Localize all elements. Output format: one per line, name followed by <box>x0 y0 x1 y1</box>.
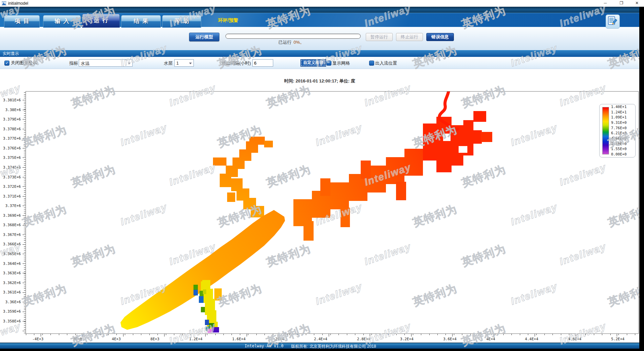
time-label: 时间: 2016-01-01 12:00:17; 单位: 度 <box>0 78 639 84</box>
x-tick-label: 1.2E+4 <box>189 337 203 341</box>
y-tick-label: 3.369E+6 <box>3 213 21 218</box>
run-model-button[interactable]: 运行模型 <box>189 33 219 41</box>
indicator-select[interactable]: 水温 <box>79 59 133 67</box>
y-tick-label: 3.375E+6 <box>3 155 21 160</box>
close-graph-checkbox[interactable]: ✓ <box>4 61 9 66</box>
x-tick-label: 0E+0 <box>73 337 82 341</box>
application-window: initialmodel ─ ❐ ✕ 项目 输入 运行 结果 帮助 环评/预警 <box>0 0 644 351</box>
y-tick-label: 3.379E+6 <box>3 117 21 121</box>
chevron-down-icon <box>128 63 131 64</box>
x-tick-label: 2.8E+4 <box>357 337 370 341</box>
client-area: 项目 输入 运行 结果 帮助 环评/预警 <box>0 7 639 349</box>
y-tick-label: 3.378E+6 <box>3 127 21 131</box>
x-tick-label: 4.8E+4 <box>568 337 581 341</box>
run-status-prefix: 已运行 <box>279 40 292 45</box>
notepad-button[interactable] <box>606 14 620 29</box>
x-axis-ticks <box>26 334 638 337</box>
y-tick-label: 3.377E+6 <box>3 136 21 141</box>
x-tick-label: -4E+3 <box>32 337 43 341</box>
legend-value: 3.10E+0 <box>611 142 633 146</box>
y-tick-label: 3.359E+6 <box>3 309 21 314</box>
interval-input[interactable] <box>252 59 273 67</box>
plot-region: 时间: 2016-01-01 12:00:17; 单位: 度 显示背景 3.38… <box>0 69 639 349</box>
y-tick-label: 3.376E+6 <box>3 146 21 150</box>
realtime-header: 实时显示 <box>0 50 639 57</box>
legend-value: 4.66E+0 <box>611 137 633 141</box>
legend-values: 1.40E+11.24E+11.09E+19.31E+07.76E+06.21E… <box>611 105 633 156</box>
run-toolbar: 运行模型 暂停运行 终止运行 错误信息 已运行0%。 <box>0 27 639 50</box>
layer-value: 1 <box>176 61 179 66</box>
tab-project[interactable]: 项目 <box>4 15 40 28</box>
restore-button[interactable]: ❐ <box>616 0 627 7</box>
x-tick-label: 2.4E+4 <box>314 337 327 341</box>
inout-flow-label: 出入流位置 <box>375 61 397 66</box>
plot-canvas <box>26 91 639 334</box>
y-tick-label: 3.363E+6 <box>3 271 21 275</box>
indicator-label: 指标 <box>69 61 78 66</box>
notepad-pencil-icon <box>608 16 617 26</box>
y-tick-label: 3.373E+6 <box>3 175 21 179</box>
close-button[interactable]: ✕ <box>631 0 643 7</box>
legend-value: 7.76E+0 <box>611 126 633 130</box>
y-tick-label: 3.364E+6 <box>3 261 21 266</box>
tab-input[interactable]: 输入 <box>43 15 81 28</box>
close-graph-label: 关闭图形显示 <box>11 61 37 65</box>
error-info-button[interactable]: 错误信息 <box>426 33 454 41</box>
y-tick-label: 3.365E+6 <box>3 252 21 256</box>
layer-select[interactable]: 1 <box>174 59 194 67</box>
y-tick-label: 3.371E+6 <box>3 194 21 199</box>
window-title: initialmodel <box>8 1 28 6</box>
x-axis-labels: -4E+30E+04E+38E+31.2E+41.6E+42E+42.4E+42… <box>32 337 624 341</box>
x-tick-label: 8E+3 <box>150 337 159 341</box>
custom-palette-button[interactable]: 自定义图谱 <box>300 59 326 67</box>
app-version: Intelway-AW V1.0 <box>245 344 284 348</box>
y-tick-label: 3.37E+6 <box>5 204 21 208</box>
y-tick-label: 3.372E+6 <box>3 184 21 189</box>
x-tick-label: 3.2E+4 <box>400 337 414 341</box>
chevron-down-icon <box>189 63 192 64</box>
app-icon <box>2 1 6 6</box>
y-tick-label: 3.374E+6 <box>3 165 21 170</box>
x-tick-label: 2E+4 <box>275 337 284 341</box>
tab-help[interactable]: 帮助 <box>162 15 201 28</box>
color-legend: 1.40E+11.24E+11.09E+19.31E+07.76E+06.21E… <box>599 104 636 157</box>
inout-flow-checkbox[interactable] <box>369 61 374 66</box>
y-tick-label: 3.367E+6 <box>3 233 21 237</box>
progress-bar <box>225 34 361 39</box>
x-tick-label: 4.4E+4 <box>525 337 538 341</box>
x-tick-label: 1.6E+4 <box>232 337 246 341</box>
x-tick-label: 5.2E+4 <box>611 337 624 341</box>
y-tick-label: 3.368E+6 <box>3 223 21 227</box>
y-axis-ticks <box>21 91 26 333</box>
y-tick-label: 3.358E+6 <box>3 319 21 323</box>
legend-colorbar <box>602 107 609 154</box>
x-tick-label: 4E+3 <box>112 337 121 341</box>
run-status: 已运行0%。 <box>224 39 359 45</box>
run-status-value: 0%。 <box>294 40 305 45</box>
legend-value: 1.24E+1 <box>611 110 633 114</box>
legend-value: 1.09E+1 <box>611 115 633 119</box>
y-tick-label: 3.366E+6 <box>3 242 21 246</box>
y-tick-label: 3.38E+6 <box>5 108 21 112</box>
y-axis-labels: 3.381E+63.38E+63.379E+63.378E+63.377E+63… <box>1 98 21 323</box>
checkmark-icon: ✓ <box>5 61 8 65</box>
y-tick-label: 3.361E+6 <box>3 290 21 294</box>
legend-value: 9.31E+0 <box>611 121 633 125</box>
titlebar: initialmodel ─ ❐ ✕ <box>0 0 644 7</box>
indicator-value: 水温 <box>81 61 90 67</box>
legend-value: 1.55E+0 <box>611 147 633 151</box>
show-grid-checkbox[interactable] <box>326 61 331 66</box>
y-tick-label: 3.381E+6 <box>3 98 21 102</box>
minimize-button[interactable]: ─ <box>600 0 611 7</box>
interval-label: 输出间隔(小时) <box>222 61 251 66</box>
temperature-map <box>26 92 638 334</box>
copyright: 版权所有: 北京英特利为环境科技有限公司 2018 <box>291 344 376 349</box>
stop-run-button[interactable]: 终止运行 <box>396 33 423 41</box>
tab-env-warning[interactable]: 环评/预警 <box>218 17 238 24</box>
pause-run-button[interactable]: 暂停运行 <box>366 33 393 41</box>
tab-run[interactable]: 运行 <box>82 14 120 28</box>
tab-bar: 项目 输入 运行 结果 帮助 环评/预警 <box>0 13 639 27</box>
tab-result[interactable]: 结果 <box>121 15 161 28</box>
legend-value: 0.00E+0 <box>611 152 633 156</box>
y-tick-label: 3.36E+6 <box>5 300 21 304</box>
